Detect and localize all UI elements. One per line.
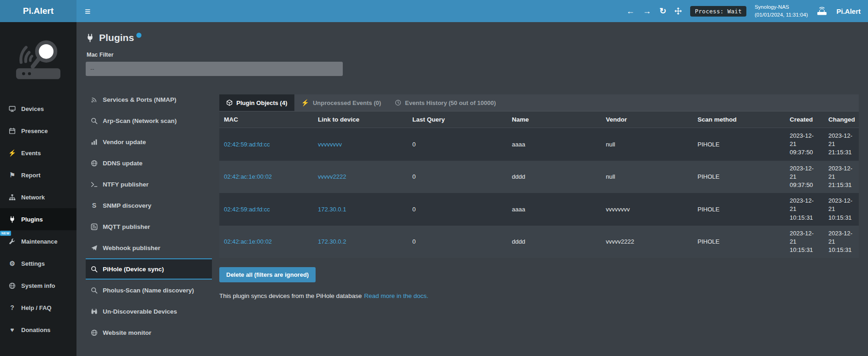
column-header-link[interactable]: Link to device [313, 111, 408, 128]
column-header-vendor[interactable]: Vendor [601, 111, 693, 128]
plugin-nav-item-undiscoverable[interactable]: Un-Discoverable Devices [86, 301, 212, 322]
cell-scan-method: PIHOLE [693, 161, 785, 193]
sidebar-item-plugins[interactable]: Plugins [0, 208, 76, 230]
sidebar-item-report[interactable]: ⚑ Report [0, 164, 76, 186]
mac-link[interactable]: 02:42:ac:1e:00:02 [224, 238, 272, 245]
pialert-router-logo [0, 22, 76, 98]
search-icon [90, 266, 98, 273]
cell-name: dddd [507, 161, 601, 193]
mac-link[interactable]: 02:42:59:ad:fd:cc [224, 141, 270, 148]
topbar-brand-right: Pi.Alert [836, 7, 861, 15]
title-info-badge[interactable] [136, 33, 141, 38]
cell-vendor: vvvvv2222 [601, 226, 693, 258]
sidebar-item-network[interactable]: Network [0, 186, 76, 208]
cell-changed: 2023-12-2110:15:31 [824, 226, 859, 258]
page-title: Plugins [86, 32, 859, 43]
cell-mac: 02:42:59:ad:fd:cc [219, 193, 313, 226]
plugin-nav-label: Website monitor [103, 329, 152, 336]
cell-created: 2023-12-2110:15:31 [785, 226, 824, 258]
plugin-nav-item-nmap[interactable]: Services & Ports (NMAP) [86, 89, 212, 110]
plugin-nav-label: DDNS update [103, 160, 142, 167]
sidebar-item-label: Events [21, 150, 41, 157]
sidebar-item-system-info[interactable]: System info [0, 274, 76, 297]
sidebar-item-presence[interactable]: Presence [0, 120, 76, 142]
question-icon: ? [8, 304, 16, 311]
mqtt-icon [90, 223, 98, 230]
table-row: 02:42:ac:1e:00:02 vvvvv2222 0 dddd null … [219, 161, 859, 193]
binoculars-icon [90, 308, 98, 315]
move-icon[interactable] [674, 7, 682, 15]
sidebar-item-label: Report [21, 172, 41, 179]
sidebar-item-help-faq[interactable]: ? Help / FAQ [0, 297, 76, 319]
app-logo[interactable]: Pi.Alert [0, 0, 76, 22]
tab-strip: Plugin Objects (4) ⚡ Unprocessed Events … [219, 94, 859, 111]
sidebar-item-events[interactable]: ⚡ Events [0, 142, 76, 164]
plugin-nav-label: MQTT publisher [103, 223, 150, 230]
column-header-created[interactable]: Created [785, 111, 824, 128]
monitor-icon [8, 105, 16, 112]
column-header-scan-method[interactable]: Scan method [693, 111, 785, 128]
sidebar-item-label: Settings [21, 260, 45, 267]
globe-icon [8, 282, 16, 289]
plugin-nav-item-webhook[interactable]: Webhook publisher [86, 237, 212, 258]
plugin-nav: Services & Ports (NMAP) Arp-Scan (Networ… [86, 89, 212, 343]
mac-link[interactable]: 02:42:ac:1e:00:02 [224, 173, 272, 180]
plugin-nav-label: SNMP discovery [103, 202, 152, 209]
cell-name: aaaa [507, 193, 601, 226]
cell-scan-method: PIHOLE [693, 193, 785, 226]
plugin-nav-item-pihole[interactable]: PiHole (Device sync) [86, 258, 212, 280]
plugin-nav-item-ntfy[interactable]: NTFY publisher [86, 174, 212, 195]
column-header-name[interactable]: Name [507, 111, 601, 128]
sidebar-item-label: System info [21, 282, 55, 289]
topbar-right: ← → ↻ Process: Wait Synology-NAS (01/01/… [626, 0, 868, 22]
host-time: (01/01/2024, 11:31:04) [755, 11, 808, 19]
device-link[interactable]: 172.30.0.2 [318, 238, 346, 245]
back-icon[interactable]: ← [626, 7, 634, 15]
wrench-icon [8, 238, 16, 245]
forward-icon[interactable]: → [643, 7, 651, 15]
plugins-content: Services & Ports (NMAP) Arp-Scan (Networ… [86, 89, 859, 343]
plugin-nav-label: NTFY publisher [103, 181, 149, 188]
column-header-mac[interactable]: MAC [219, 111, 313, 128]
device-link[interactable]: vvvvv2222 [318, 173, 346, 180]
sidebar-item-label: Donations [21, 327, 51, 333]
sidebar-item-devices[interactable]: Devices [0, 98, 76, 120]
clock-icon [395, 99, 401, 106]
delete-all-button[interactable]: Delete all (filters are ignored) [219, 267, 316, 282]
sidebar-item-donations[interactable]: ♥ Donations [0, 319, 76, 341]
plugin-nav-item-ddns-update[interactable]: DDNS update [86, 152, 212, 174]
device-link[interactable]: 172.30.0.1 [318, 206, 346, 213]
hamburger-icon[interactable]: ≡ [76, 0, 99, 22]
cell-changed: 2023-12-2110:15:31 [824, 193, 859, 226]
terminal-icon [90, 181, 98, 188]
plugin-nav-item-mqtt[interactable]: MQTT publisher [86, 216, 212, 237]
new-badge: NEW [0, 231, 11, 236]
plugin-nav-item-snmp[interactable]: S SNMP discovery [86, 195, 212, 216]
plugin-nav-label: Un-Discoverable Devices [103, 308, 177, 315]
plugin-description: This plugin syncs devices from the PiHol… [219, 292, 859, 299]
plugin-nav-item-arp-scan[interactable]: Arp-Scan (Network scan) [86, 110, 212, 131]
plugin-nav-item-website-monitor[interactable]: Website monitor [86, 322, 212, 343]
refresh-icon[interactable]: ↻ [659, 7, 666, 15]
cell-created: 2023-12-2110:15:31 [785, 193, 824, 226]
page-title-text: Plugins [99, 32, 134, 43]
cell-vendor: vvvvvvvv [601, 193, 693, 226]
mac-filter-input[interactable] [86, 62, 343, 76]
mac-link[interactable]: 02:42:59:ad:fd:cc [224, 206, 270, 213]
device-link[interactable]: vvvvvvvv [318, 141, 342, 148]
tab-unprocessed-events[interactable]: ⚡ Unprocessed Events (0) [294, 94, 388, 111]
sidebar-item-settings[interactable]: ⚙ Settings [0, 252, 76, 274]
tab-plugin-objects[interactable]: Plugin Objects (4) [219, 94, 294, 111]
column-header-changed[interactable]: Changed [824, 111, 859, 128]
cube-icon [226, 99, 233, 106]
tab-label: Plugin Objects (4) [236, 99, 287, 106]
plugin-nav-label: PiHole (Device sync) [103, 266, 164, 273]
plugin-nav-item-vendor-update[interactable]: Vendor update [86, 131, 212, 152]
plug-icon [86, 34, 94, 42]
tab-events-history[interactable]: Events History (50 out of 10000) [388, 94, 503, 111]
docs-link[interactable]: Read more in the docs. [364, 292, 428, 299]
cell-mac: 02:42:ac:1e:00:02 [219, 226, 313, 258]
sidebar-item-maintenance[interactable]: NEW Maintenance [0, 230, 76, 252]
column-header-last-query[interactable]: Last Query [408, 111, 507, 128]
plugin-nav-item-pholus[interactable]: Pholus-Scan (Name discovery) [86, 280, 212, 301]
